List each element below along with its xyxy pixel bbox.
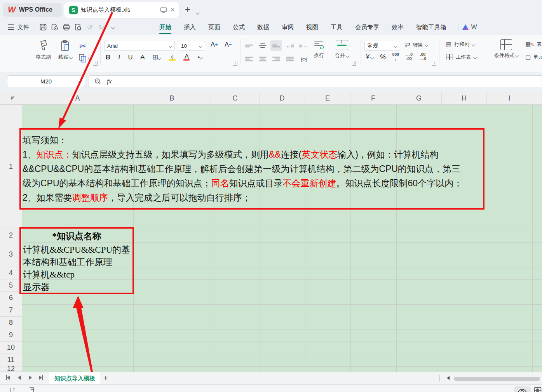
clear-format-button[interactable]: ⬩ [197, 54, 202, 61]
conditional-format-button[interactable]: 条件格式 [494, 39, 518, 59]
close-tab-icon[interactable]: ✕ [170, 6, 175, 14]
increase-decimal-button[interactable]: ←.0.00 [406, 53, 413, 61]
row-header[interactable]: 10 [0, 342, 22, 354]
menu-tab[interactable]: 工具 [324, 19, 349, 35]
wps-ai-icon[interactable] [462, 24, 469, 30]
wps-home-button[interactable]: W WPS Office [3, 3, 62, 17]
increase-indent-button[interactable]: → [298, 40, 309, 51]
cells-button[interactable]: ▢单元格 [525, 54, 542, 61]
currency-format-button[interactable]: ¥ [366, 53, 373, 61]
row-header[interactable]: 7 [0, 304, 22, 317]
print-icon[interactable] [61, 22, 72, 33]
decrease-indent-button[interactable]: ← [284, 40, 296, 51]
column-header[interactable]: I [487, 92, 532, 105]
column-header[interactable]: G [396, 92, 442, 105]
export-pdf-icon[interactable] [49, 22, 61, 33]
column-header[interactable]: D [260, 92, 305, 105]
column-header[interactable]: E [305, 92, 350, 105]
italic-button[interactable]: I [118, 53, 120, 61]
formula-bar[interactable]: fx [89, 75, 542, 87]
new-tab-button[interactable]: + [185, 5, 190, 14]
wrap-text-button[interactable]: ↵ 换行 [314, 40, 324, 59]
format-painter-button[interactable]: 格式刷 [36, 40, 51, 61]
menu-tab[interactable]: 智能工具箱 [410, 19, 453, 35]
tab-list-chevron-icon[interactable] [196, 9, 199, 16]
align-middle-button[interactable] [257, 40, 268, 51]
last-sheet-icon[interactable] [39, 375, 43, 380]
align-center-button[interactable] [257, 54, 268, 64]
horizontal-scrollbar[interactable] [454, 377, 540, 381]
increase-font-button[interactable]: A+ [211, 41, 218, 48]
font-name-select[interactable]: Arial [104, 41, 175, 51]
font-group-expander[interactable] [233, 61, 237, 66]
row-header[interactable]: 1 [0, 105, 22, 229]
cut-button[interactable]: ✂ [79, 41, 86, 51]
scroll-left-icon[interactable] [447, 376, 450, 380]
rows-columns-button[interactable]: ▤行和列 [446, 41, 475, 48]
number-group-expander[interactable] [432, 61, 436, 66]
text-orientation-button[interactable]: |<>| [298, 54, 309, 64]
clipboard-group-expander[interactable] [93, 61, 98, 66]
copy-button[interactable] [78, 54, 91, 63]
align-top-button[interactable] [243, 40, 255, 51]
cell-reference-box[interactable]: M20 [7, 75, 85, 87]
row-header[interactable]: 4 [0, 267, 22, 279]
align-left-button[interactable] [243, 54, 255, 64]
print-preview-icon[interactable] [72, 22, 84, 33]
underline-button[interactable]: U [128, 54, 132, 61]
eye-protection-button[interactable] [514, 386, 531, 392]
column-header[interactable]: B [133, 92, 211, 105]
add-sheet-button[interactable]: + [103, 373, 108, 383]
column-header[interactable]: A [22, 92, 133, 105]
menu-tab[interactable]: 插入 [178, 19, 202, 35]
row-header[interactable]: 9 [0, 329, 22, 342]
font-color-button[interactable]: A [183, 54, 190, 61]
row-header[interactable]: 5 [0, 279, 22, 292]
sheet-tab[interactable]: 知识点导入模板 [49, 372, 100, 385]
first-sheet-icon[interactable] [6, 375, 10, 380]
file-menu[interactable]: 文件 [17, 24, 29, 31]
column-header[interactable]: H [442, 92, 487, 105]
row-header[interactable]: 2 [0, 229, 22, 242]
menu-tab[interactable]: 公式 [227, 19, 251, 35]
highlight-cross-icon[interactable] [534, 387, 542, 392]
prev-sheet-icon[interactable] [18, 375, 21, 380]
outline-icon[interactable] [29, 387, 36, 392]
paste-button[interactable]: 粘贴 [58, 40, 72, 61]
menu-tab[interactable]: 审阅 [275, 19, 300, 35]
row-header[interactable]: 12 [0, 366, 22, 372]
undo-icon[interactable]: ↺ [84, 22, 96, 33]
decrease-font-button[interactable]: A− [225, 41, 232, 48]
column-header[interactable]: F [350, 92, 396, 105]
worksheet-button[interactable]: 工作表 [446, 54, 476, 61]
thousands-separator-button[interactable]: 000, [392, 53, 399, 61]
percent-format-button[interactable]: % [380, 53, 386, 61]
redo-icon[interactable]: ↻ [96, 22, 107, 33]
js-macro-icon[interactable] [9, 387, 16, 392]
fill-color-button[interactable]: ⬨ [169, 54, 176, 61]
convert-button[interactable]: ⇄转换 [405, 41, 428, 49]
row-header[interactable]: 3 [0, 242, 22, 267]
borders-button[interactable]: ⊞ [152, 53, 161, 61]
menu-tab[interactable]: 数据 [251, 19, 275, 35]
table-style-button[interactable]: ▦✎ 表格样式 [525, 41, 542, 48]
menu-tab[interactable]: 视图 [300, 19, 324, 35]
align-right-button[interactable] [270, 54, 282, 64]
alignment-group-expander[interactable] [352, 61, 356, 66]
row-header[interactable]: 6 [0, 292, 22, 304]
menu-tab[interactable]: 会员专享 [349, 19, 385, 35]
next-sheet-icon[interactable] [29, 375, 32, 380]
hamburger-menu-icon[interactable] [8, 24, 14, 30]
menu-tab[interactable]: 页面 [202, 19, 227, 35]
font-size-select[interactable]: 10 [178, 41, 205, 51]
menu-tab[interactable]: 开始 [153, 19, 178, 35]
bold-button[interactable]: B [106, 54, 110, 61]
decrease-decimal-button[interactable]: .00→.0 [419, 53, 426, 61]
number-format-select[interactable]: 常规 [364, 41, 400, 51]
merge-cells-button[interactable]: 合并 [335, 40, 349, 59]
search-icon[interactable] [94, 78, 101, 85]
column-header[interactable] [532, 92, 542, 105]
align-bottom-button[interactable] [270, 40, 282, 51]
menu-tab[interactable]: 效率 [385, 19, 410, 35]
row-header[interactable]: 8 [0, 317, 22, 329]
